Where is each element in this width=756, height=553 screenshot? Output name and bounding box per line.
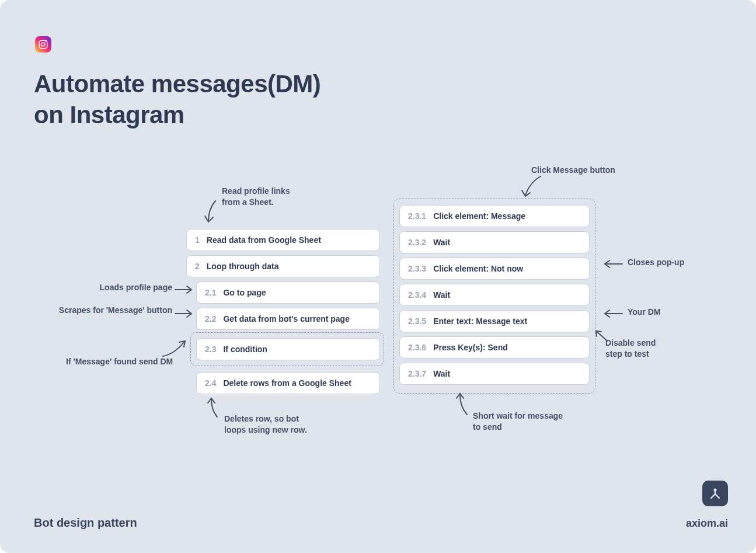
axiom-logo-icon bbox=[702, 481, 728, 506]
step-number: 1 bbox=[195, 235, 200, 245]
annotation-loads-profile: Loads profile page bbox=[70, 282, 172, 293]
arrow-closes-popup bbox=[601, 258, 625, 270]
step-label: Click element: Not now bbox=[433, 264, 523, 273]
step-number: 2.3 bbox=[205, 345, 216, 354]
annotation-scrapes-message: Scrapes for 'Message' button bbox=[47, 305, 172, 316]
step-label: Wait bbox=[433, 369, 450, 378]
svg-rect-0 bbox=[39, 40, 47, 48]
step-1: 1 Read data from Google Sheet bbox=[186, 229, 380, 251]
annotation-your-dm: Your DM bbox=[628, 307, 661, 318]
step-label: Click element: Message bbox=[433, 211, 525, 221]
step-number: 2 bbox=[195, 262, 200, 271]
step-number: 2.1 bbox=[205, 288, 216, 297]
step-label: Enter text: Message text bbox=[433, 317, 527, 326]
svg-point-2 bbox=[45, 41, 46, 43]
arrow-click-message bbox=[520, 174, 549, 203]
diagram-canvas: Automate messages(DM) on Instagram 1 Rea… bbox=[0, 0, 756, 553]
step-2-3-6: 2.3.6 Press Key(s): Send bbox=[399, 336, 590, 359]
step-number: 2.3.5 bbox=[408, 317, 426, 326]
step-2-4: 2.4 Delete rows from a Google Sheet bbox=[196, 372, 380, 394]
svg-point-1 bbox=[41, 43, 45, 46]
step-label: Delete rows from a Google Sheet bbox=[223, 378, 351, 388]
step-2-3-1: 2.3.1 Click element: Message bbox=[399, 205, 590, 227]
step-2-3-5: 2.3.5 Enter text: Message text bbox=[399, 310, 590, 332]
arrow-short-wait bbox=[454, 391, 474, 417]
title-line-2: on Instagram bbox=[34, 101, 184, 128]
step-2: 2 Loop through data bbox=[186, 255, 380, 277]
step-2-3: 2.3 If condition bbox=[196, 338, 380, 360]
arrow-disable-send bbox=[594, 328, 609, 343]
step-number: 2.3.6 bbox=[408, 343, 426, 352]
step-number: 2.2 bbox=[205, 314, 216, 324]
page-title: Automate messages(DM) on Instagram bbox=[34, 69, 320, 130]
step-number: 2.4 bbox=[205, 378, 216, 388]
arrow-deletes-row bbox=[205, 396, 225, 419]
step-label: Press Key(s): Send bbox=[433, 343, 508, 352]
step-label: Wait bbox=[433, 290, 450, 300]
annotation-deletes-row: Deletes row, so bot loops using new row. bbox=[224, 413, 307, 436]
step-2-3-2: 2.3.2 Wait bbox=[399, 231, 590, 253]
step-number: 2.3.3 bbox=[408, 264, 426, 273]
arrow-read-profile bbox=[201, 199, 225, 228]
step-label: Get data from bot's current page bbox=[223, 314, 349, 324]
annotation-read-profile: Read profile links from a Sheet. bbox=[222, 186, 290, 208]
step-2-3-7: 2.3.7 Wait bbox=[399, 363, 590, 385]
step-label: Loop through data bbox=[207, 262, 279, 271]
arrow-scrapes-message bbox=[174, 308, 195, 319]
arrow-if-message-found bbox=[161, 339, 190, 359]
annotation-if-message-found: If 'Message' found send DM bbox=[66, 356, 173, 367]
annotation-short-wait: Short wait for message to send bbox=[473, 411, 563, 433]
step-number: 2.3.7 bbox=[408, 369, 426, 378]
instagram-icon bbox=[35, 36, 51, 53]
step-2-3-3: 2.3.3 Click element: Not now bbox=[399, 258, 590, 280]
arrow-loads-profile bbox=[174, 284, 195, 295]
step-2-1: 2.1 Go to page bbox=[196, 281, 380, 304]
annotation-disable-send: Disable send step to test bbox=[605, 338, 656, 360]
title-line-1: Automate messages(DM) bbox=[34, 70, 320, 98]
step-label: Go to page bbox=[223, 288, 266, 297]
step-number: 2.3.1 bbox=[408, 211, 426, 221]
step-label: Wait bbox=[433, 238, 450, 247]
footer-caption: Bot design pattern bbox=[34, 516, 137, 530]
step-number: 2.3.4 bbox=[408, 290, 426, 300]
step-2-3-4: 2.3.4 Wait bbox=[399, 284, 590, 306]
arrow-your-dm bbox=[601, 308, 625, 319]
annotation-closes-popup: Closes pop-up bbox=[628, 257, 684, 268]
step-label: If condition bbox=[223, 345, 267, 354]
step-label: Read data from Google Sheet bbox=[207, 235, 321, 245]
step-2-2: 2.2 Get data from bot's current page bbox=[196, 308, 380, 330]
footer-brand: axiom.ai bbox=[686, 517, 728, 530]
step-number: 2.3.2 bbox=[408, 238, 426, 247]
